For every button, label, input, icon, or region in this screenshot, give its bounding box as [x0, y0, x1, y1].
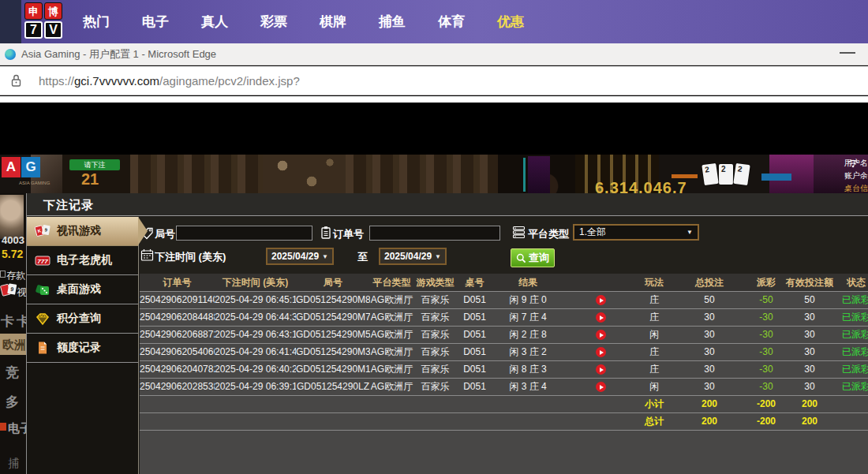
nav-item-0[interactable]: 热门 — [79, 13, 114, 31]
modal-sidebar: K9视讯游戏777电子老虎机桌面游戏积分查询额度记录 — [27, 217, 139, 474]
table-number: 21 — [81, 170, 99, 188]
banner-slot-sliver — [523, 158, 526, 192]
column-header: 下注时间 (美东) — [215, 274, 296, 291]
replay-button[interactable] — [596, 295, 606, 305]
sidebar-item-2[interactable]: 桌面游戏 — [27, 275, 138, 304]
cell-order: 250429062068872 — [140, 327, 215, 343]
cell-bet: 50 — [670, 292, 749, 308]
cards-icon: 9 — [0, 282, 17, 298]
cell-status: 已派彩 — [836, 379, 868, 395]
table-row: 2504290620688722025-04-29 06:43:10GD0512… — [140, 327, 868, 344]
url-bar[interactable]: https://gci.7vvvvvv.com/agingame/pcv2/in… — [0, 66, 868, 95]
sidebar-item-3[interactable]: 积分查询 — [27, 304, 138, 334]
sidebar-item-0[interactable]: K9视讯游戏 — [27, 217, 138, 246]
cell-game: 百家乐 — [413, 327, 457, 343]
cell-platform: AG欧洲厅 — [370, 309, 413, 326]
sidebar-item-label: 额度记录 — [57, 341, 101, 355]
logo-cell: 申 — [24, 2, 43, 20]
to-label: 至 — [357, 250, 368, 264]
replay-button[interactable] — [596, 382, 606, 392]
race-nav-partial[interactable]: 竞 — [6, 364, 19, 382]
column-header: 订单号 — [140, 274, 215, 291]
replay-button[interactable] — [596, 347, 606, 357]
calendar-icon — [140, 248, 154, 262]
column-header: 局号 — [296, 274, 370, 291]
multi-nav-partial[interactable]: 多 — [6, 393, 19, 411]
nav-item-2[interactable]: 真人 — [197, 13, 232, 31]
date-to-picker[interactable]: 2025/04/29 ▼ — [379, 248, 447, 265]
round-input[interactable] — [176, 226, 312, 241]
logo-cell: V — [44, 21, 62, 39]
site-logo[interactable]: 申 博 7 V — [24, 2, 63, 41]
replay-button[interactable] — [596, 312, 606, 323]
screen: 申 博 7 V 热门电子真人彩票棋牌捕鱼体育优惠 Asia Gaming - 用… — [0, 0, 868, 474]
total-cell-play: 总计 — [638, 413, 670, 430]
deposit-link[interactable]: 存款 — [6, 269, 25, 282]
europe-nav-partial[interactable]: 欧洲 — [2, 338, 26, 353]
cell-table_no: D051 — [457, 361, 492, 378]
column-header: 玩法 — [638, 274, 670, 291]
cell-bet: 30 — [670, 309, 749, 326]
nav-item-6[interactable]: 体育 — [434, 13, 469, 31]
sidebar-item-label: 桌面游戏 — [57, 282, 101, 297]
nav-item-3[interactable]: 彩票 — [256, 13, 291, 31]
cell-time: 2025-04-29 06:45:14 — [215, 292, 296, 308]
window-title: Asia Gaming - 用户配置 1 - Microsoft Edge — [21, 47, 216, 62]
ag-logo: A G ASIA GAMING — [2, 157, 43, 190]
column-header — [563, 274, 638, 291]
replay-button[interactable] — [596, 364, 606, 375]
cell-table_no: D051 — [457, 327, 492, 343]
platform-type-select[interactable]: 1.全部 ▼ — [573, 224, 699, 241]
nav-item-1[interactable]: 电子 — [138, 13, 173, 31]
order-label: 订单号 — [333, 227, 364, 241]
cell-table_no: D051 — [457, 379, 492, 395]
total-cell-valid: 200 — [784, 413, 836, 430]
cell-result: 闲 7 庄 4 — [492, 309, 563, 326]
nav-item-7[interactable]: 优惠 — [493, 13, 528, 31]
search-button[interactable]: 查询 — [511, 248, 555, 267]
total-cell-platform — [370, 413, 413, 430]
fish-nav-partial[interactable]: 捕 — [8, 457, 19, 471]
cell-game: 百家乐 — [413, 292, 457, 308]
cell-order: 250429062028538 — [140, 379, 215, 395]
cell-platform: AG欧洲厅 — [370, 344, 413, 360]
banner-dots-texture — [263, 155, 346, 193]
background-page-strip: 4003 5.72 存款 9 视 卡卡 欧洲 竞 多 电子 捕 — [0, 193, 26, 474]
chevron-down-icon: ▼ — [435, 253, 441, 260]
cell-order: 250429062084488 — [140, 309, 215, 326]
cell-table_no: D051 — [457, 309, 492, 326]
cell-result: 闲 9 庄 0 — [492, 292, 563, 308]
sidebar-item-label: 视讯游戏 — [57, 224, 101, 238]
lock-icon — [10, 73, 22, 88]
replay-button[interactable] — [596, 330, 606, 340]
cell-time: 2025-04-29 06:41:42 — [215, 344, 296, 360]
total-cell-payout: -200 — [749, 413, 784, 430]
nav-item-5[interactable]: 捕鱼 — [375, 13, 410, 31]
playing-card: 2 — [733, 163, 750, 185]
nav-item-4[interactable]: 棋牌 — [316, 13, 350, 31]
cell-game: 百家乐 — [413, 309, 457, 326]
sidebar-item-label: 电子老虎机 — [57, 253, 112, 267]
sidebar-item-4[interactable]: 额度记录 — [27, 334, 138, 363]
total-cell-round — [296, 396, 370, 412]
url-scheme: https:// — [39, 74, 74, 88]
cell-round: GD051254290M5 — [296, 327, 370, 343]
order-input[interactable] — [369, 226, 500, 241]
cell-play: 庄 — [638, 292, 670, 308]
search-button-label: 查询 — [529, 251, 549, 265]
cell-game: 百家乐 — [413, 361, 457, 378]
cell-platform: AG欧洲厅 — [370, 361, 413, 378]
platform-label: 平台类型 — [528, 227, 569, 241]
cell-status: 已派彩 — [836, 292, 868, 308]
cell-time: 2025-04-29 06:43:10 — [215, 327, 296, 343]
total-cell-status — [836, 396, 868, 412]
cell-game: 百家乐 — [413, 379, 457, 395]
date-from-picker[interactable]: 2025/04/29 ▼ — [266, 248, 334, 265]
column-header: 总投注 — [670, 274, 749, 291]
sidebar-item-1[interactable]: 777电子老虎机 — [27, 246, 138, 275]
total-cell-time — [215, 413, 296, 430]
minimize-button[interactable] — [840, 52, 855, 54]
cell-status: 已派彩 — [836, 361, 868, 378]
banner-blue-bar — [761, 174, 791, 181]
jackpot-amount: 6,314,046.7 — [595, 179, 687, 193]
